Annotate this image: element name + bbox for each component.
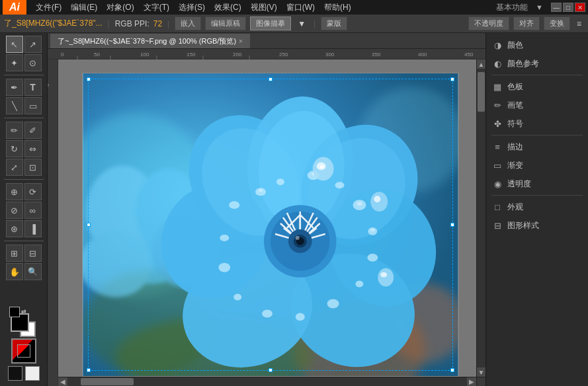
tool-row-8: ⊕ ⟳ <box>6 183 42 200</box>
menu-effect[interactable]: 效果(C) <box>210 1 245 15</box>
none-color-swatch[interactable] <box>11 338 36 364</box>
maximize-button[interactable]: □ <box>563 3 573 12</box>
pencil-tool[interactable]: ✐ <box>24 122 42 139</box>
color-swatches: ⇄ <box>8 307 40 381</box>
menu-object[interactable]: 对象(O) <box>103 1 138 15</box>
more-options-icon[interactable]: ≡ <box>574 18 584 30</box>
edit-original-button[interactable]: 编辑原稿 <box>205 17 246 30</box>
lasso-tool[interactable]: ⊙ <box>24 54 42 71</box>
trace-button[interactable]: 图像描摹 <box>250 17 291 30</box>
pen-tool[interactable]: ✒ <box>6 79 23 96</box>
hand-tool[interactable]: ✋ <box>6 263 23 280</box>
text-tool[interactable]: T <box>24 79 42 96</box>
panel-brushes[interactable]: ✏ 画笔 <box>486 96 588 114</box>
svg-text:450: 450 <box>464 52 474 58</box>
panel-color-guide[interactable]: ◐ 颜色参考 <box>486 54 588 73</box>
menu-text[interactable]: 文字(T) <box>140 1 173 15</box>
menu-view[interactable]: 视图(V) <box>247 1 281 15</box>
mode-label: RGB PPI: <box>115 19 149 28</box>
tool-row-2: ✦ ⊙ <box>6 54 42 71</box>
trace-dropdown-icon[interactable]: ▼ <box>295 18 308 30</box>
svg-point-48 <box>367 254 378 262</box>
align-button[interactable]: 对齐 <box>513 17 540 30</box>
svg-point-56 <box>229 201 239 209</box>
canvas-center-inner <box>58 59 485 386</box>
menu-window[interactable]: 窗口(W) <box>282 1 319 15</box>
ppi-value: 72 <box>153 19 162 28</box>
tool-row-6: ↻ ⇔ <box>6 140 42 157</box>
slice-tool[interactable]: ⊟ <box>24 245 42 262</box>
eyedropper-tool[interactable]: ⊘ <box>6 202 23 219</box>
line-tool[interactable]: ╲ <box>6 97 23 114</box>
tool-row-9: ⊘ ∞ <box>6 202 42 219</box>
tool-row-10: ⊛ ▐ <box>6 220 42 237</box>
tool-row-5: ✏ ✐ <box>6 122 42 139</box>
panel-graphic-styles[interactable]: ⊟ 图形样式 <box>486 216 588 235</box>
svg-point-63 <box>320 165 324 169</box>
close-button[interactable]: ✕ <box>575 3 585 12</box>
white-swatch[interactable] <box>25 366 40 381</box>
rect-tool[interactable]: ▭ <box>24 97 42 114</box>
svg-text:0: 0 <box>61 52 64 58</box>
direct-select-tool[interactable]: ↗ <box>24 36 42 53</box>
panel-transparency-label: 透明度 <box>507 178 531 190</box>
scroll-thumb-h[interactable] <box>81 378 134 385</box>
horizontal-scrollbar[interactable]: ◀ ▶ <box>58 377 476 386</box>
scroll-track-h[interactable] <box>67 377 467 386</box>
scale-tool[interactable]: ⤢ <box>6 159 23 176</box>
transform-button[interactable]: 变换 <box>544 17 570 30</box>
panel-appearance[interactable]: □ 外观 <box>486 198 588 216</box>
scroll-up-button[interactable]: ▲ <box>477 59 486 69</box>
panel-color[interactable]: ◑ 颜色 <box>486 36 588 54</box>
tool-divider-2 <box>4 118 44 118</box>
panel-swatches[interactable]: ▦ 色板 <box>486 77 588 96</box>
black-swatch[interactable] <box>8 366 22 381</box>
opacity-button[interactable]: 不透明度 <box>468 17 509 30</box>
rotate-tool[interactable]: ↻ <box>6 140 23 157</box>
svg-point-31 <box>83 231 152 297</box>
menu-file[interactable]: 文件(F) <box>32 1 65 15</box>
menu-select[interactable]: 选择(S) <box>175 1 209 15</box>
title-bar-left: Ai 文件(F) 编辑(E) 对象(O) 文字(T) 选择(S) 效果(C) 视… <box>3 0 355 15</box>
artboard-tool[interactable]: ⊞ <box>6 245 23 262</box>
svg-text:250: 250 <box>279 52 288 58</box>
select-tool[interactable]: ↖ <box>6 36 23 53</box>
panel-stroke[interactable]: ≡ 描边 <box>486 137 588 156</box>
chart-tool[interactable]: ▐ <box>24 220 42 237</box>
panel-symbols[interactable]: ✤ 符号 <box>486 114 588 133</box>
minimize-button[interactable]: — <box>551 3 562 12</box>
warp-tool[interactable]: ⊡ <box>24 159 42 176</box>
free-transform-tool[interactable]: ⟳ <box>24 183 42 200</box>
symbol-tool[interactable]: ⊛ <box>6 220 23 237</box>
paintbrush-tool[interactable]: ✏ <box>6 122 23 139</box>
panel-gradient-label: 渐变 <box>507 160 523 171</box>
scroll-down-button[interactable]: ▼ <box>477 367 486 377</box>
width-tool[interactable]: ⊕ <box>6 183 23 200</box>
vertical-scrollbar[interactable]: ▲ ▼ <box>476 59 485 377</box>
menu-help[interactable]: 帮助(H) <box>320 1 355 15</box>
panel-gradient[interactable]: ▭ 渐变 <box>486 156 588 174</box>
scroll-left-button[interactable]: ◀ <box>58 377 67 387</box>
scroll-thumb-v[interactable] <box>478 72 485 112</box>
svg-text:100: 100 <box>140 52 149 58</box>
color-icon: ◑ <box>491 39 503 51</box>
canvas-image-container <box>82 73 459 377</box>
magic-wand-tool[interactable]: ✦ <box>6 54 23 71</box>
svg-text:200: 200 <box>233 52 242 58</box>
stroke-icon: ≡ <box>491 141 503 153</box>
gradient-icon: ▭ <box>491 159 503 171</box>
document-tab[interactable]: 了~_S8[MHZ6((~$JAE`378~F.png @ 100% (RGB/… <box>50 34 250 48</box>
tab-close-button[interactable]: × <box>239 38 243 45</box>
embed-button[interactable]: 嵌入 <box>175 17 201 30</box>
mask-button[interactable]: 蒙版 <box>321 17 347 30</box>
zoom-tool[interactable]: 🔍 <box>24 263 42 280</box>
scroll-track-v[interactable] <box>477 69 485 367</box>
blend-tool[interactable]: ∞ <box>24 202 42 219</box>
menu-edit[interactable]: 编辑(E) <box>67 1 101 15</box>
workspace-dropdown-icon[interactable]: ▼ <box>536 3 543 11</box>
panel-transparency[interactable]: ◉ 透明度 <box>486 174 588 193</box>
reflect-tool[interactable]: ⇔ <box>24 140 42 157</box>
svg-text:50: 50 <box>94 52 100 58</box>
scroll-right-button[interactable]: ▶ <box>467 377 476 387</box>
default-colors-icon[interactable] <box>9 307 20 317</box>
